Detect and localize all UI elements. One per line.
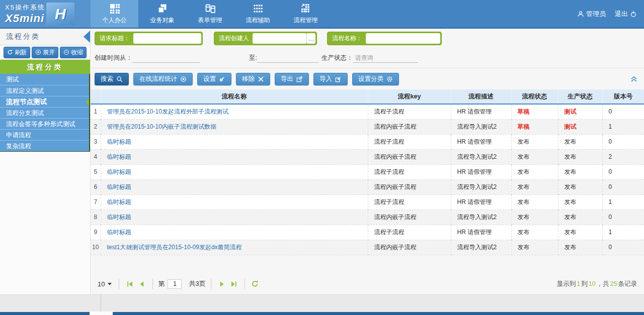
- process-key: 流程子流程: [368, 134, 451, 149]
- col-header-2[interactable]: 流程key: [368, 89, 451, 104]
- process-desc: HR 请假管理: [451, 194, 511, 209]
- category-item-3[interactable]: 流程节点测试: [0, 96, 90, 107]
- divider: [245, 279, 245, 289]
- user-menu[interactable]: 管理员: [577, 10, 606, 19]
- process-name-input[interactable]: [366, 33, 440, 44]
- process-name-link[interactable]: 临时标题: [107, 183, 131, 190]
- app-logo[interactable]: X5操作系统 X5mini H: [0, 0, 91, 28]
- expand-all-button[interactable]: 展开: [32, 47, 58, 58]
- record-info-text: 条记录: [618, 280, 637, 287]
- category-item-6[interactable]: 申请流程: [0, 129, 90, 140]
- nav-tab-3[interactable]: 表单管理: [186, 0, 234, 28]
- process-name-cell: 临时标题: [101, 179, 368, 194]
- nav-tab-label: 流程辅助: [246, 16, 270, 25]
- process-name-link[interactable]: 临时标题: [107, 153, 131, 160]
- process-name-link[interactable]: 临时标题: [107, 229, 131, 236]
- page-number-input[interactable]: [168, 279, 182, 289]
- button-label: 展开: [43, 48, 55, 57]
- process-key: 流程子流程: [368, 194, 451, 209]
- table-row: 4临时标题流程内嵌子流程流程导入测试2发布发布2: [91, 149, 644, 164]
- filter-label: 流程名称：: [329, 34, 366, 43]
- process-status: 草稿: [511, 119, 558, 134]
- nav-tab-2[interactable]: 业务对象: [138, 0, 186, 28]
- process-name-link[interactable]: 临时标题: [107, 168, 131, 175]
- import-button[interactable]: 导入: [313, 73, 348, 85]
- search-button[interactable]: 搜索: [95, 73, 129, 85]
- row-number: 10: [91, 240, 101, 255]
- record-count-number: 10: [588, 280, 597, 287]
- page-size-select[interactable]: 10: [96, 280, 114, 288]
- collapse-all-button[interactable]: 收缩: [60, 47, 87, 58]
- search-icon: [116, 76, 123, 82]
- first-page-button[interactable]: [126, 280, 134, 288]
- process-name-link[interactable]: test1大雄测试管理员在2015-10-09发起dx最简流程: [107, 244, 242, 251]
- process-name-link[interactable]: 临时标题: [107, 138, 131, 145]
- category-item-7[interactable]: 复杂流程: [0, 140, 90, 151]
- col-header-4[interactable]: 流程状态: [511, 89, 558, 104]
- settings-button[interactable]: 设置: [197, 73, 231, 85]
- refresh-grid-button[interactable]: [251, 280, 259, 288]
- request-title-input[interactable]: [133, 33, 201, 44]
- process-name-cell: 临时标题: [101, 194, 368, 209]
- process-name-link[interactable]: 管理员在2015-10-10发起流程外部子流程测试: [107, 108, 228, 115]
- process-desc: 流程导入测试2: [451, 209, 511, 225]
- date-to-label: 至:: [249, 54, 257, 62]
- prod-status-input[interactable]: [353, 53, 418, 63]
- user-icon: [577, 11, 584, 18]
- col-header-1[interactable]: 流程名称: [101, 89, 368, 104]
- next-page-button[interactable]: [218, 280, 226, 288]
- x5-app: X5操作系统 X5mini H 个人办公业务对象表单管理流程辅助流程管理 管理员…: [0, 0, 644, 315]
- last-page-button[interactable]: [230, 280, 237, 288]
- online-stats-button[interactable]: 在线流程统计: [133, 73, 193, 85]
- filter-label: 请求标题：: [96, 34, 133, 43]
- record-info-text: 显示到: [557, 280, 576, 287]
- creator-picker-button[interactable]: …: [306, 33, 315, 44]
- button-label: 导入: [319, 75, 332, 83]
- process-desc: 流程导入测试2: [451, 179, 511, 194]
- category-item-4[interactable]: 流程分支测试: [0, 107, 90, 118]
- resize-handle[interactable]: [90, 311, 113, 315]
- process-desc: 流程导入测试2: [451, 149, 511, 164]
- process-status: 发布: [511, 134, 558, 149]
- set-category-button[interactable]: 设置分类: [352, 73, 399, 85]
- process-status: 发布: [511, 225, 558, 240]
- record-count-info: 显示到1到10，共25条记录: [557, 280, 637, 288]
- prod-status: 发布: [558, 225, 602, 240]
- category-item-5[interactable]: 流程会签等多种形式测试: [0, 118, 90, 129]
- process-name-cell: 临时标题: [101, 134, 368, 149]
- process-name-cell: test1大雄测试管理员在2015-10-09发起dx最简流程: [101, 240, 368, 255]
- process-creator-input[interactable]: [253, 33, 306, 44]
- process-status: 发布: [511, 194, 558, 209]
- prod-status: 发布: [558, 209, 602, 225]
- refresh-tree-button[interactable]: 刷新: [4, 47, 30, 58]
- category-item-1[interactable]: 测试: [0, 74, 90, 85]
- nav-tab-5[interactable]: 流程管理: [282, 0, 330, 28]
- remove-button[interactable]: 移除: [236, 73, 270, 85]
- col-header-5[interactable]: 生产状态: [558, 89, 602, 104]
- collapse-search-panel-icon[interactable]: [630, 75, 638, 83]
- pagination-bar: 10 第 共3页: [96, 277, 259, 291]
- process-name-link[interactable]: 临时标题: [107, 198, 131, 205]
- record-count-number: 25: [609, 280, 618, 287]
- process-status: 发布: [511, 240, 558, 255]
- nav-tab-label: 表单管理: [198, 16, 222, 25]
- process-name-cell: 临时标题: [101, 164, 368, 179]
- sidebar-collapse-arrow-icon[interactable]: [84, 31, 90, 43]
- process-name-cell: 临时标题: [101, 149, 368, 164]
- col-header-6[interactable]: 版本号: [602, 89, 644, 104]
- process-status: 发布: [511, 149, 558, 164]
- process-desc: HR 请假管理: [451, 104, 511, 119]
- export-button[interactable]: 导出: [275, 73, 309, 85]
- col-header-3[interactable]: 流程描述: [451, 89, 511, 104]
- button-label: 收缩: [71, 48, 83, 57]
- process-name-link[interactable]: 临时标题: [107, 214, 131, 221]
- process-name-link[interactable]: 管理员在2015-10-10内嵌子流程测试数据: [107, 123, 216, 130]
- nav-tab-4[interactable]: 流程辅助: [234, 0, 282, 28]
- logout-button[interactable]: 退出: [615, 10, 637, 19]
- prev-page-button[interactable]: [138, 280, 145, 288]
- nav-tab-1[interactable]: 个人办公: [91, 0, 138, 28]
- date-to-input[interactable]: [257, 53, 318, 63]
- table-header-row: 流程名称流程key流程描述流程状态生产状态版本号: [91, 89, 644, 104]
- category-item-2[interactable]: 流程定义测试: [0, 85, 90, 96]
- date-from-input[interactable]: [132, 53, 200, 63]
